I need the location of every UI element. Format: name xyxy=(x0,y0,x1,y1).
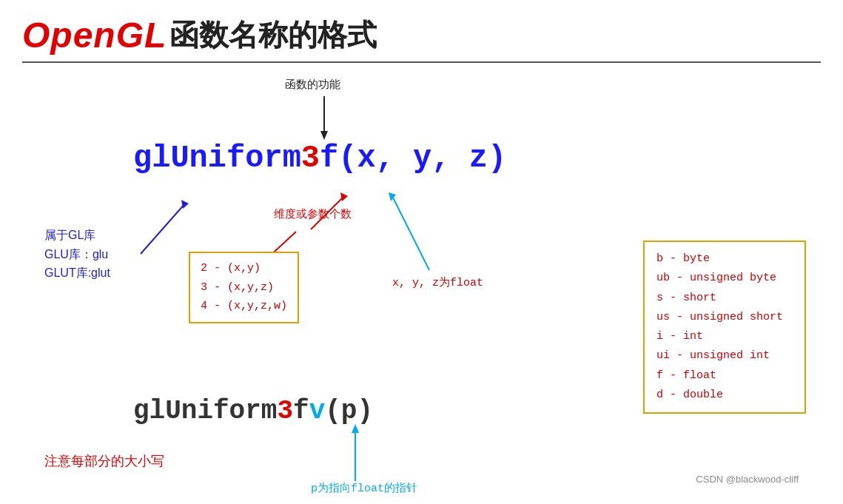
type-f: f - float xyxy=(656,366,793,386)
svg-line-8 xyxy=(392,196,429,270)
second-prefix: glUniform xyxy=(133,396,277,426)
second-function-text: glUniform3fv(p) xyxy=(133,396,373,426)
type-us: us - unsigned short xyxy=(656,308,793,327)
lib-label: 属于GL库 GLU库：glu GLUT库:glut xyxy=(44,226,110,283)
dim-item-2: 3 - (x,y,z) xyxy=(201,278,287,298)
title-area: OpenGL 函数名称的格式 xyxy=(22,15,821,56)
dim-item-1: 2 - (x,y) xyxy=(201,259,287,278)
divider xyxy=(22,61,821,63)
func-feature-label: 函数的功能 xyxy=(285,78,340,92)
dim-label: 维度或参数个数 xyxy=(274,207,352,221)
type-ui: ui - unsigned int xyxy=(656,346,793,366)
type-suffix-box: b - byte ub - unsigned byte s - short us… xyxy=(643,241,806,414)
page-container: OpenGL 函数名称的格式 xyxy=(0,0,843,504)
func-digit: 3 xyxy=(301,141,320,176)
second-mid: f xyxy=(293,396,309,426)
lib-line3: GLUT库:glut xyxy=(44,263,110,283)
func-suffix: f(x, y, z) xyxy=(320,141,506,176)
type-i: i - int xyxy=(656,327,793,346)
second-suffix: (p) xyxy=(325,396,373,426)
lib-line1: 属于GL库 xyxy=(44,226,110,245)
svg-line-2 xyxy=(141,204,185,254)
type-d: d - double xyxy=(656,386,793,405)
note-label: 注意每部分的大小写 xyxy=(44,452,164,470)
func-prefix: glUniform xyxy=(133,141,301,176)
title-opengl: OpenGL xyxy=(22,15,167,56)
second-digit: 3 xyxy=(277,396,293,426)
type-ub: ub - unsigned byte xyxy=(656,269,793,288)
float-label: x, y, z为float xyxy=(392,275,483,289)
watermark: CSDN @blackwood-cliff xyxy=(696,474,799,485)
svg-marker-9 xyxy=(389,192,396,201)
ptr-label: p为指向float的指针 xyxy=(311,481,417,495)
diagram-area: 函数的功能 glUniform3f(x, y, z) 属于GL库 GLU库：gl… xyxy=(22,78,821,492)
dimension-box: 2 - (x,y) 3 - (x,y,z) 4 - (x,y,z,w) xyxy=(189,252,299,323)
type-b: b - byte xyxy=(656,249,793,269)
lib-line2: GLU库：glu xyxy=(44,245,110,264)
svg-marker-3 xyxy=(181,200,189,209)
second-v: v xyxy=(309,396,326,426)
svg-marker-5 xyxy=(340,192,348,201)
main-function-text: glUniform3f(x, y, z) xyxy=(133,141,506,176)
svg-marker-1 xyxy=(320,131,328,140)
title-cn: 函数名称的格式 xyxy=(169,15,377,56)
dim-item-3: 4 - (x,y,z,w) xyxy=(201,297,287,316)
type-s: s - short xyxy=(656,289,793,308)
